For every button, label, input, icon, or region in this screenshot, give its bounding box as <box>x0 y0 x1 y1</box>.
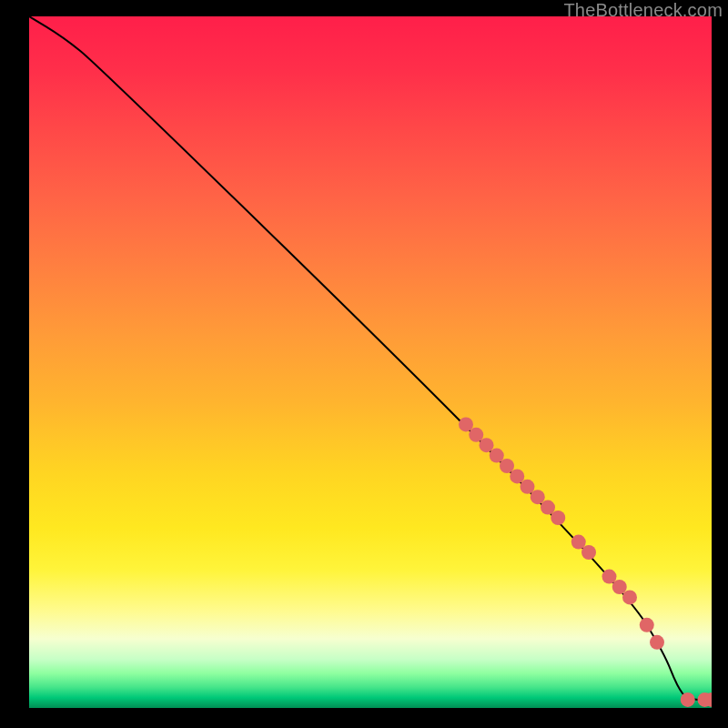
plot-area <box>29 16 712 708</box>
highlight-dot <box>521 480 535 494</box>
highlight-dot <box>531 490 545 504</box>
highlight-dot <box>612 580 627 594</box>
highlight-dot <box>551 511 565 525</box>
highlight-dot <box>622 590 637 604</box>
highlight-dot <box>469 428 483 442</box>
chart-overlay <box>29 16 712 708</box>
highlight-dot <box>459 417 473 431</box>
highlight-dot <box>681 693 695 707</box>
highlight-dot <box>571 535 586 550</box>
highlight-dot <box>490 449 504 463</box>
highlight-dot <box>500 459 514 473</box>
chart-stage: TheBottleneck.com <box>0 0 728 728</box>
highlight-dots-group <box>459 417 712 706</box>
highlight-dot <box>581 545 596 560</box>
highlight-dot <box>541 500 555 515</box>
highlight-dot <box>602 570 617 584</box>
highlight-dot <box>480 438 494 452</box>
bottleneck-curve-line <box>29 16 712 700</box>
highlight-dot <box>510 469 524 483</box>
highlight-dot <box>650 635 664 650</box>
highlight-dot <box>640 618 654 632</box>
